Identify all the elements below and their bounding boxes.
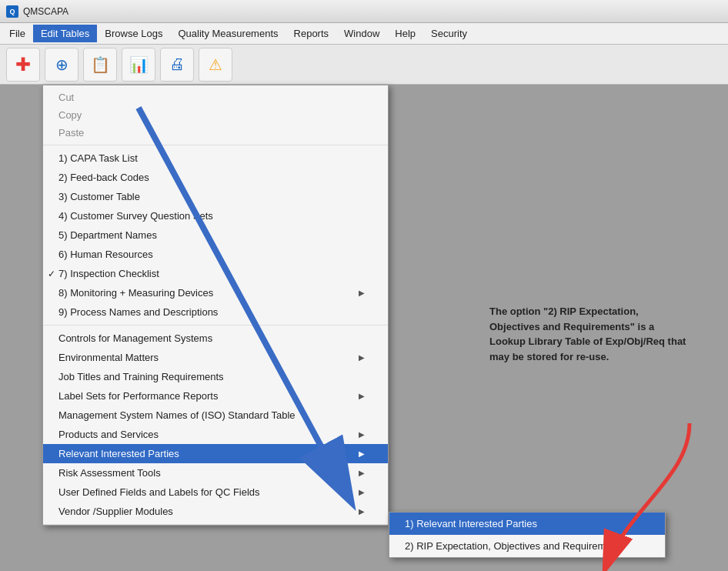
menu-help[interactable]: Help bbox=[387, 25, 423, 42]
submenu-arrow-environmental: ▶ bbox=[359, 353, 365, 362]
app-title-bar: QMSCAPA bbox=[23, 6, 68, 17]
app-icon: Q bbox=[6, 5, 18, 18]
toolbar: ✚ ⊕ 📋 📊 🖨 ⚠ bbox=[0, 45, 728, 85]
menu-quality-measurements[interactable]: Quality Measurements bbox=[170, 25, 286, 42]
submenu-arrow-userfields: ▶ bbox=[359, 488, 365, 496]
toolbar-warning-button[interactable]: ⚠ bbox=[199, 48, 232, 82]
other-items-section: Controls for Management Systems Environm… bbox=[43, 326, 388, 525]
menu-bar: File Edit Tables Browse Logs Quality Mea… bbox=[0, 23, 728, 45]
menu-environmental[interactable]: Environmental Matters ▶ bbox=[43, 348, 388, 367]
menu-capa-task-list[interactable]: 1) CAPA Task List bbox=[43, 149, 388, 168]
menu-copy: Copy bbox=[43, 106, 388, 124]
menu-controls-management[interactable]: Controls for Management Systems bbox=[43, 329, 388, 348]
menu-management-system[interactable]: Management System Names of (ISO) Standar… bbox=[43, 406, 388, 425]
submenu-item-rip-expectation[interactable]: 2) RIP Expectation, Objectives and Requi… bbox=[389, 535, 665, 557]
toolbar-chart-button[interactable]: 📊 bbox=[122, 48, 155, 82]
menu-file[interactable]: File bbox=[2, 25, 33, 42]
menu-security[interactable]: Security bbox=[423, 25, 475, 42]
menu-relevant-parties[interactable]: Relevant Interested Parties ▶ bbox=[43, 444, 388, 463]
menu-monitoring-devices[interactable]: 8) Monitoring + Measuring Devices ▶ bbox=[43, 283, 388, 302]
submenu-arrow-labelsets: ▶ bbox=[359, 392, 365, 400]
submenu-item-relevant-parties[interactable]: 1) Relevant Interested Parties bbox=[389, 513, 665, 535]
submenu-arrow-risk: ▶ bbox=[359, 469, 365, 477]
main-content: QMSCAPA v1.43.3 Cut Copy Paste 1) CAPA T… bbox=[0, 85, 728, 571]
menu-paste: Paste bbox=[43, 124, 388, 142]
menu-label-sets[interactable]: Label Sets for Performance Reports ▶ bbox=[43, 386, 388, 406]
menu-cut: Cut bbox=[43, 88, 388, 106]
numbered-items-section: 1) CAPA Task List 2) Feed-back Codes 3) … bbox=[43, 145, 388, 326]
menu-process-names[interactable]: 9) Process Names and Descriptions bbox=[43, 302, 388, 322]
submenu-arrow-relevant: ▶ bbox=[359, 449, 365, 458]
toolbar-notes-button[interactable]: 📋 bbox=[83, 48, 117, 82]
menu-reports[interactable]: Reports bbox=[286, 25, 337, 42]
checkmark-icon: ✓ bbox=[48, 269, 55, 279]
clipboard-section: Cut Copy Paste bbox=[43, 85, 388, 145]
menu-job-titles[interactable]: Job Titles and Training Requirements bbox=[43, 367, 388, 386]
menu-department-names[interactable]: 5) Department Names bbox=[43, 225, 388, 245]
menu-products-services[interactable]: Products and Services ▶ bbox=[43, 425, 388, 444]
menu-human-resources[interactable]: 6) Human Resources bbox=[43, 245, 388, 264]
toolbar-target-button[interactable]: ⊕ bbox=[45, 48, 78, 82]
edit-tables-dropdown: Cut Copy Paste 1) CAPA Task List 2) Feed… bbox=[42, 85, 389, 526]
menu-vendor[interactable]: Vendor /Supplier Modules ▶ bbox=[43, 502, 388, 521]
menu-survey-question-sets[interactable]: 4) Customer Survey Question Sets bbox=[43, 206, 388, 225]
title-bar: Q QMSCAPA bbox=[0, 0, 728, 23]
submenu-arrow-monitoring: ▶ bbox=[359, 289, 365, 297]
toolbar-add-button[interactable]: ✚ bbox=[6, 48, 40, 82]
menu-edit-tables[interactable]: Edit Tables bbox=[33, 25, 97, 42]
submenu-arrow-vendor: ▶ bbox=[359, 507, 365, 516]
toolbar-print-button[interactable]: 🖨 bbox=[160, 48, 194, 82]
menu-browse-logs[interactable]: Browse Logs bbox=[97, 25, 170, 42]
submenu-arrow-products: ▶ bbox=[359, 430, 365, 439]
annotation-text: The option "2) RIP Expectation, Objectiv… bbox=[489, 304, 690, 364]
relevant-parties-submenu: 1) Relevant Interested Parties 2) RIP Ex… bbox=[389, 512, 666, 558]
menu-feedback-codes[interactable]: 2) Feed-back Codes bbox=[43, 168, 388, 187]
menu-window[interactable]: Window bbox=[336, 25, 387, 42]
menu-inspection-checklist[interactable]: ✓ 7) Inspection Checklist bbox=[43, 264, 388, 283]
menu-user-fields[interactable]: User Defined Fields and Labels for QC Fi… bbox=[43, 483, 388, 502]
menu-customer-table[interactable]: 3) Customer Table bbox=[43, 187, 388, 206]
menu-risk-tools[interactable]: Risk Assessment Tools ▶ bbox=[43, 463, 388, 483]
